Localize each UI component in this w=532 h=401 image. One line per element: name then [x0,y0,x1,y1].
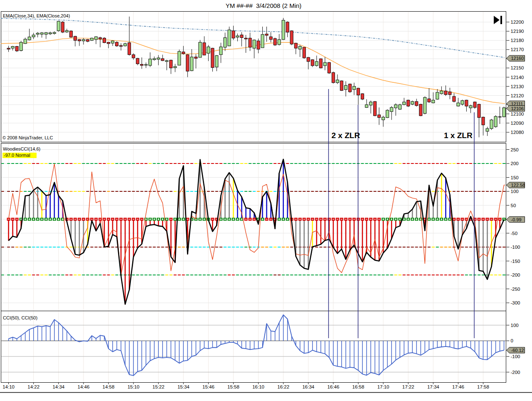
svg-text:12160: 12160 [511,56,524,61]
svg-text:-100: -100 [511,354,520,359]
svg-text:-97.0 Normal: -97.0 Normal [4,153,30,158]
svg-text:17:34: 17:34 [427,384,439,389]
svg-text:12190: 12190 [511,29,524,34]
svg-text:12120: 12120 [511,93,524,98]
svg-text:-250: -250 [511,287,520,292]
svg-text:-300: -300 [511,300,520,305]
svg-text:50: 50 [511,203,516,208]
svg-text:15:46: 15:46 [202,384,214,389]
svg-text:100: 100 [511,323,519,328]
svg-text:17:58: 17:58 [477,384,489,389]
svg-text:YM ##-## 3/4/2008 (2 Min): YM ##-## 3/4/2008 (2 Min) [226,2,302,9]
svg-text:-200: -200 [511,370,520,375]
svg-text:16:46: 16:46 [328,384,340,389]
svg-text:-50: -50 [511,231,518,236]
svg-text:16:22: 16:22 [277,384,289,389]
svg-text:100: 100 [511,189,519,194]
svg-text:-60.12: -60.12 [511,348,524,353]
svg-text:250: 250 [511,147,519,152]
svg-text:-200: -200 [511,272,520,277]
svg-text:12080: 12080 [511,130,524,135]
svg-text:12106: 12106 [511,106,524,111]
svg-text:EMA(Close,34), EMA(Close,204): EMA(Close,34), EMA(Close,204) [3,13,70,18]
svg-text:WoodiesCCI(14,6): WoodiesCCI(14,6) [3,146,40,151]
svg-text:12200: 12200 [511,20,524,25]
svg-text:15:58: 15:58 [227,384,239,389]
svg-text:200: 200 [511,161,519,166]
svg-text:12130: 12130 [511,84,524,89]
svg-text:12100: 12100 [511,111,524,116]
svg-text:17:10: 17:10 [377,384,389,389]
svg-text:17:46: 17:46 [452,384,464,389]
svg-text:12140: 12140 [511,75,524,80]
svg-text:12180: 12180 [511,38,524,43]
svg-text:CCI(50), CCI(50): CCI(50), CCI(50) [3,315,37,320]
svg-text:-100: -100 [511,245,520,250]
svg-text:14:22: 14:22 [27,384,39,389]
svg-text:-0.99: -0.99 [511,217,522,222]
svg-text:2 x ZLR: 2 x ZLR [332,131,360,140]
svg-text:© 2008 NinjaTrader, LLC: © 2008 NinjaTrader, LLC [2,135,53,140]
svg-text:15:10: 15:10 [128,384,140,389]
svg-text:12170: 12170 [511,47,524,52]
svg-text:122.58: 122.58 [511,183,525,188]
svg-text:16:34: 16:34 [302,384,314,389]
svg-text:14:46: 14:46 [78,384,90,389]
svg-text:0: 0 [511,338,513,343]
svg-text:15:34: 15:34 [177,384,190,389]
svg-text:14:58: 14:58 [103,384,115,389]
svg-text:1 x ZLR: 1 x ZLR [444,131,473,140]
svg-text:16:10: 16:10 [252,384,264,389]
svg-text:16:58: 16:58 [352,384,365,389]
svg-text:12150: 12150 [511,65,524,70]
svg-text:-150: -150 [511,259,520,264]
svg-text:14:10: 14:10 [2,384,15,389]
svg-text:150: 150 [511,175,519,180]
svg-text:15:22: 15:22 [153,384,165,389]
svg-text:17:22: 17:22 [402,384,414,389]
svg-text:12090: 12090 [511,121,524,126]
svg-text:14:34: 14:34 [52,384,64,389]
